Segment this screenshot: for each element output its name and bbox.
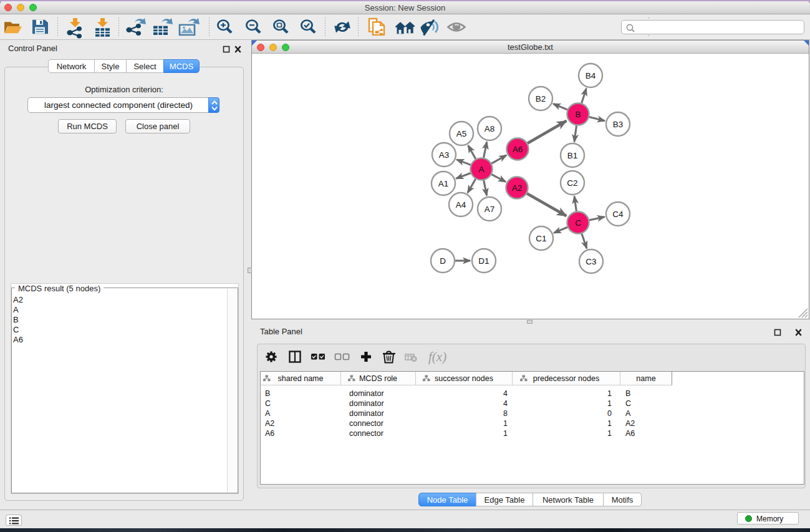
svg-text:f(x): f(x): [428, 349, 446, 364]
